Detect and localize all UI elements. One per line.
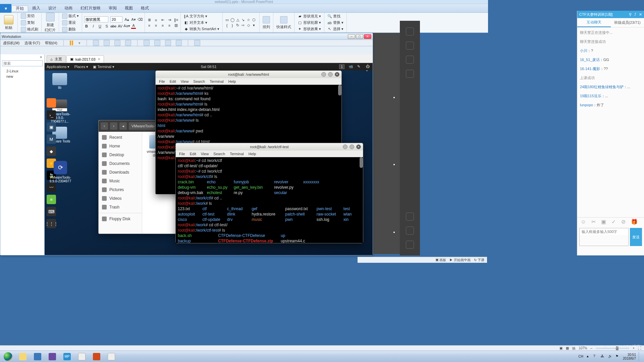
align-text-button[interactable]: ◧对齐文本 ▾	[183, 20, 220, 25]
tab-chat[interactable]: 互动聊天	[577, 18, 611, 27]
menu-terminal[interactable]: Terminal	[210, 79, 224, 83]
tool-icon[interactable]: ✎	[357, 64, 362, 69]
scrollbar-thumb[interactable]	[360, 157, 363, 168]
block-icon[interactable]: ⊘	[621, 219, 626, 225]
selection-handle[interactable]	[393, 97, 395, 99]
close-tab-icon[interactable]: ✕	[98, 57, 100, 61]
app-taskbar-icon[interactable]: MP	[60, 352, 74, 361]
explorer-taskbar-icon[interactable]	[16, 352, 30, 361]
maximize-button[interactable]	[350, 144, 354, 149]
app-taskbar-icon[interactable]	[46, 352, 59, 361]
kali-desktop[interactable]: Applications ▾ Places ▾ ▣ Terminal ▾ Sat…	[45, 63, 373, 255]
shadow-button[interactable]: S	[104, 24, 109, 28]
terminal-menu[interactable]: ▣ Terminal ▾	[93, 65, 114, 69]
status-pip[interactable]: ▶ 开始画中画	[449, 258, 471, 262]
char-spacing-button[interactable]: AV	[118, 24, 122, 28]
shape-fill-button[interactable]: ▰形状填充 ▾	[297, 13, 322, 19]
tab-anim[interactable]: 动画	[60, 5, 76, 11]
nav-path-button[interactable]: ◂	[119, 122, 127, 130]
reset-button[interactable]: 重设	[61, 20, 80, 26]
tree-item[interactable]: new	[0, 74, 44, 79]
chat-input[interactable]	[579, 228, 629, 246]
close-button[interactable]: ✕	[364, 34, 371, 39]
underline-button[interactable]: U	[98, 24, 102, 28]
strike-button[interactable]: abc	[111, 24, 116, 28]
font-name-select[interactable]	[84, 16, 108, 22]
show-desktop-button[interactable]	[639, 352, 641, 361]
justify-button[interactable]: ≡	[167, 23, 172, 28]
format-painter-button[interactable]: 格式刷	[20, 26, 39, 33]
side-photo-icon[interactable]	[406, 70, 414, 78]
fullscreen-button[interactable]	[194, 40, 200, 46]
terminal-icon[interactable]: ›_	[47, 110, 56, 120]
send-button[interactable]: 发送	[630, 228, 642, 246]
arrange-button[interactable]: 排列	[262, 16, 271, 30]
pin-icon[interactable]: ⚲	[629, 12, 632, 17]
tray-help-icon[interactable]: ?	[593, 354, 598, 359]
toolbar-icon[interactable]	[125, 40, 131, 46]
bullets-button[interactable]: ≣	[147, 18, 152, 22]
smartart-button[interactable]: ◆转换为 SmartArt ▾	[183, 26, 220, 32]
tray-clock[interactable]: 20:512018/6/7	[623, 353, 636, 360]
paste-button[interactable]: 粘贴	[2, 14, 15, 31]
tray-network-icon[interactable]: 🖧	[601, 354, 605, 359]
new-slide-button[interactable]: 新建 幻灯片	[44, 12, 57, 33]
side-camera-icon[interactable]	[406, 27, 414, 36]
shape-effects-button[interactable]: ✦形状效果 ▾	[297, 26, 322, 32]
menu-edit[interactable]: Edit	[170, 79, 176, 83]
tray-flag-icon[interactable]: ⚑	[615, 354, 620, 359]
leafpad-icon[interactable]: ≡	[47, 195, 56, 204]
applications-menu[interactable]: Applications ▾	[47, 65, 69, 69]
sidebar-desktop[interactable]: Desktop	[99, 150, 142, 159]
shrink-font-icon[interactable]: A▾	[131, 17, 136, 22]
status-view[interactable]: ▣ 画板	[435, 258, 446, 262]
toolbar-icon[interactable]	[114, 40, 120, 46]
sidebar-home[interactable]: Home	[99, 142, 142, 150]
maximize-button[interactable]	[328, 72, 333, 77]
tab-design[interactable]: 设计	[44, 5, 60, 11]
minimize-button[interactable]	[321, 72, 326, 77]
layout-button[interactable]: 版式 ▾	[61, 13, 80, 19]
menu-vm[interactable]: 虚拟机(M)	[3, 41, 20, 46]
firefox-icon[interactable]	[47, 98, 56, 108]
maximize-button[interactable]: □	[356, 34, 363, 39]
sidebar-pictures[interactable]: Pictures	[99, 185, 142, 194]
nav-back-button[interactable]: ‹	[101, 122, 108, 130]
copy-button[interactable]: 复制	[20, 20, 39, 26]
menu-file[interactable]: File	[179, 152, 185, 156]
close-button[interactable]: ✕	[356, 144, 361, 149]
tab-members[interactable]: 班级成员(23/71)	[611, 18, 644, 27]
cut-icon[interactable]: ✂	[591, 219, 596, 225]
toolbar-icon[interactable]	[154, 40, 160, 46]
selection-handle[interactable]	[393, 164, 395, 166]
tweaks-icon[interactable]: ⌨	[47, 207, 56, 216]
side-gear-icon[interactable]	[406, 227, 414, 235]
shape-outline-button[interactable]: ▢形状轮廓 ▾	[297, 20, 322, 25]
minimize-button[interactable]: –	[348, 34, 355, 39]
emoji-icon[interactable]: ☺	[581, 219, 586, 225]
menu-edit[interactable]: Edit	[190, 152, 196, 156]
tray-volume-icon[interactable]: 🔊	[608, 354, 613, 359]
numbering-button[interactable]: ≡	[154, 18, 158, 22]
powerpoint-taskbar-icon[interactable]	[90, 352, 103, 361]
view-sorter-icon[interactable]: ▦	[566, 346, 569, 350]
chat-textbox[interactable]	[580, 228, 628, 235]
sidebar-recent[interactable]: Recent	[99, 133, 142, 142]
menu-help[interactable]: Help	[228, 79, 236, 83]
vmware-taskbar-icon[interactable]	[31, 352, 44, 361]
change-case-button[interactable]: Aa▾	[124, 24, 129, 28]
sidebar-floppy[interactable]: Floppy Disk	[99, 215, 142, 223]
line-spacing-button[interactable]: ‖≡	[174, 18, 178, 22]
replace-button[interactable]: ab替换 ▾	[326, 20, 344, 25]
sidebar-music[interactable]: Music	[99, 177, 142, 185]
tab-format[interactable]: 格式	[137, 5, 153, 11]
share-icon[interactable]: ⤴	[634, 12, 636, 17]
workspace-indicator[interactable]: 1	[339, 64, 344, 69]
toolbar-icon[interactable]	[144, 40, 150, 46]
app-taskbar-icon[interactable]	[105, 352, 118, 361]
nav-fwd-button[interactable]: ›	[110, 122, 117, 130]
side-projector-icon[interactable]	[406, 56, 414, 64]
font-color-button[interactable]: A	[131, 23, 136, 29]
menu-search[interactable]: Search	[213, 152, 225, 156]
places-menu[interactable]: Places ▾	[74, 65, 88, 69]
